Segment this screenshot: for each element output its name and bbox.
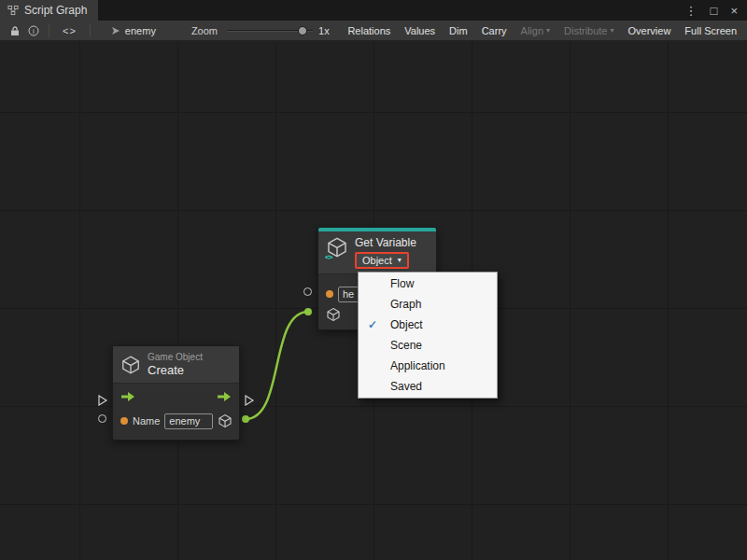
flow-output-port-triangle[interactable] <box>244 393 255 404</box>
node-title: Create <box>148 363 203 377</box>
variable-cube-icon: <> <box>326 236 348 259</box>
variable-kind-dropdown[interactable]: Object ▾ <box>355 252 409 269</box>
lock-icon[interactable] <box>6 22 24 39</box>
flow-input-port-triangle[interactable] <box>97 393 108 404</box>
code-view-icon[interactable]: <> <box>63 25 77 36</box>
game-object-cube-icon <box>120 355 141 375</box>
graph-toolbar: i <> enemy Zoom 1x Relations Values Dim … <box>0 21 747 41</box>
wire-target-port[interactable] <box>304 308 312 315</box>
menu-item-application[interactable]: Application <box>359 356 497 376</box>
overview-button[interactable]: Overview <box>624 23 676 38</box>
result-port-cube-icon[interactable] <box>218 413 233 428</box>
variable-kind-menu: Flow Graph ✓ Object Scene Application Sa… <box>358 272 498 399</box>
flow-input-arrow-icon[interactable] <box>120 389 135 406</box>
maximize-icon[interactable]: □ <box>711 5 718 17</box>
wire-source-port[interactable] <box>242 415 249 423</box>
distribute-dropdown-button: Distribute ▾ <box>559 23 618 38</box>
node-body: Name <box>113 387 239 440</box>
chevron-down-icon: ▾ <box>398 257 402 264</box>
node-header: Game Object Create <box>113 346 239 384</box>
script-graph-window: Script Graph ⋮ □ × i <> enemy Zoom 1x Re… <box>0 0 747 560</box>
object-port-cube-icon[interactable] <box>326 307 341 322</box>
toolbar-buttons: Relations Values Dim Carry Align ▾ Distr… <box>343 23 743 38</box>
carry-button[interactable]: Carry <box>477 23 512 38</box>
menu-item-saved[interactable]: Saved <box>359 376 497 397</box>
tab-title: Script Graph <box>24 4 87 17</box>
node-create-game-object[interactable]: Game Object Create Name <box>112 345 240 441</box>
name-port-label: Name <box>133 415 160 427</box>
graph-owner-name: enemy <box>125 25 156 36</box>
menu-item-flow[interactable]: Flow <box>359 273 497 294</box>
zoom-slider[interactable] <box>227 24 313 37</box>
relations-button[interactable]: Relations <box>343 23 395 38</box>
owner-pointer-icon <box>111 26 120 35</box>
input-port-circle[interactable] <box>303 287 312 296</box>
node-title: Get Variable <box>355 236 416 249</box>
string-port-dot[interactable] <box>120 417 128 425</box>
dim-button[interactable]: Dim <box>444 23 472 38</box>
tab-script-graph[interactable]: Script Graph <box>0 0 98 21</box>
values-button[interactable]: Values <box>400 23 440 38</box>
zoom-label: Zoom <box>191 25 218 36</box>
menu-item-graph[interactable]: Graph <box>359 294 497 315</box>
node-category: Game Object <box>148 352 203 363</box>
check-icon: ✓ <box>368 315 377 335</box>
chevron-down-icon: ▾ <box>611 27 614 35</box>
node-header: <> Get Variable Object ▾ <box>318 231 436 274</box>
script-graph-icon <box>7 5 19 16</box>
code-badge-icon: <> <box>325 253 331 261</box>
info-icon[interactable]: i <box>24 22 43 39</box>
close-icon[interactable]: × <box>730 5 738 17</box>
align-dropdown-button: Align ▾ <box>516 23 555 38</box>
svg-text:i: i <box>33 26 35 35</box>
title-bar: Script Graph ⋮ □ × <box>0 0 747 21</box>
fullscreen-button[interactable]: Full Screen <box>680 23 741 38</box>
toolbar-separator <box>49 24 49 37</box>
zoom-value: 1x <box>318 25 330 36</box>
zoom-slider-knob[interactable] <box>298 26 307 35</box>
name-input-port-circle[interactable] <box>98 414 106 423</box>
string-port-dot[interactable] <box>326 290 333 298</box>
menu-item-object[interactable]: ✓ Object <box>359 315 497 335</box>
window-controls: ⋮ □ × <box>685 0 747 21</box>
flow-output-arrow-icon[interactable] <box>217 389 232 406</box>
name-input[interactable] <box>164 413 213 429</box>
menu-item-scene[interactable]: Scene <box>359 335 497 356</box>
graph-canvas[interactable]: <> Get Variable Object ▾ <box>0 42 747 560</box>
window-menu-icon[interactable]: ⋮ <box>685 5 698 17</box>
toolbar-separator <box>90 24 91 37</box>
chevron-down-icon: ▾ <box>546 27 550 35</box>
graph-owner[interactable]: enemy <box>111 25 156 36</box>
